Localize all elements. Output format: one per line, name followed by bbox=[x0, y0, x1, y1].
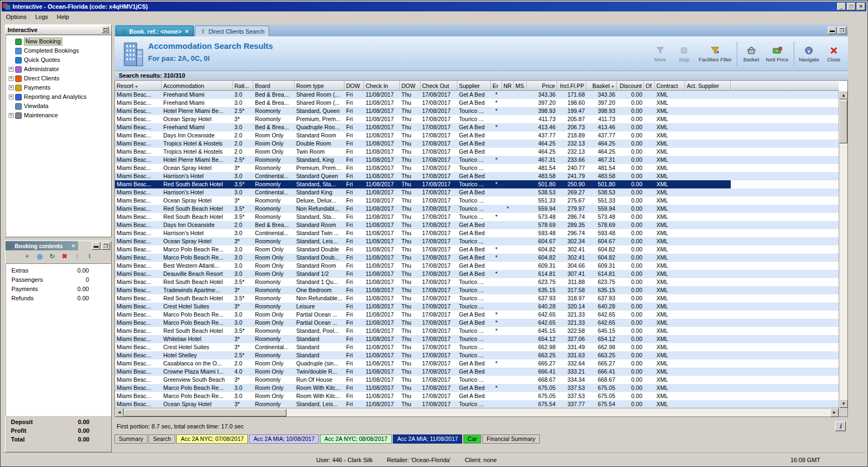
column-header-discount[interactable]: Discount bbox=[617, 81, 644, 91]
tab-direct-clients-search[interactable]: Direct Clients Search bbox=[195, 26, 269, 36]
expander-icon[interactable]: + bbox=[9, 67, 14, 72]
column-header-of[interactable]: Of bbox=[644, 81, 655, 91]
column-header-board[interactable]: Board bbox=[253, 81, 295, 91]
vertical-scroll-thumb[interactable] bbox=[839, 100, 847, 143]
table-row[interactable]: Miami Beac...Red South Beach Hotel3.5*Ro… bbox=[115, 213, 839, 221]
sidebar-item-reporting-and-analytics[interactable]: +Reporting and Analytics bbox=[6, 92, 111, 102]
column-header-check-out[interactable]: Check Out bbox=[420, 81, 457, 91]
column-header-basket[interactable]: Basket▼ bbox=[586, 81, 617, 91]
table-row[interactable]: Miami Beac...Freehand Miami3.0Bed & Brea… bbox=[115, 99, 839, 107]
table-row[interactable]: Miami Beac...Ocean Spray Hotel3*Roomonly… bbox=[115, 400, 839, 408]
info-icon[interactable]: i bbox=[85, 253, 94, 261]
column-header-check-in[interactable]: Check In bbox=[364, 81, 400, 91]
bottom-tab-acc-2a-mia-10-08-2017[interactable]: Acc 2A MIA; 10/08/2017 bbox=[249, 434, 319, 444]
table-row[interactable]: Miami Beac...Harrison's Hotel3.0Continen… bbox=[115, 188, 839, 197]
sidebar-item-direct-clients[interactable]: +Direct Clients bbox=[6, 74, 111, 83]
table-row[interactable]: Miami Beac...Hotel Pierre Miami Be...2.5… bbox=[115, 107, 839, 115]
column-header-rati[interactable]: Rati... bbox=[233, 81, 253, 91]
table-row[interactable]: Miami Beac...Hotel Pierre Miami Be...2.5… bbox=[115, 156, 839, 164]
expander-icon[interactable]: + bbox=[9, 94, 14, 99]
maximize-button[interactable]: □ bbox=[847, 3, 856, 10]
column-header-dow[interactable]: DOW bbox=[344, 81, 364, 91]
menu-logs[interactable]: Logs bbox=[31, 12, 53, 22]
table-row[interactable]: Miami Beac...Harrison's Hotel3.0Continen… bbox=[115, 229, 839, 237]
table-row[interactable]: Miami Beac...Red South Beach Hotel3.5*Ro… bbox=[115, 327, 839, 335]
table-row[interactable]: Miami Beac...Tropics Hotel & Hostels2.0R… bbox=[115, 148, 839, 156]
delete-icon[interactable]: ✖ bbox=[60, 253, 69, 261]
table-row[interactable]: Miami Beac...Days Inn Oceanside2.0Room O… bbox=[115, 131, 839, 140]
tab-close-icon[interactable]: ✕ bbox=[185, 29, 189, 34]
table-row[interactable]: Miami Beac...Deauville Beach Resort3.0Ro… bbox=[115, 270, 839, 278]
table-row[interactable]: Miami Beac...Harrison's Hotel3.0Continen… bbox=[115, 172, 839, 180]
navigate-button[interactable]: Navigate bbox=[796, 45, 822, 64]
table-row[interactable]: Miami Beac...Crest Hotel Suites3*Roomonl… bbox=[115, 302, 839, 311]
minimize-button[interactable]: _ bbox=[837, 3, 846, 10]
nett-price-button[interactable]: Nett Price bbox=[763, 45, 792, 64]
column-header-supplier[interactable]: Supplier bbox=[457, 81, 491, 91]
booking-contents-row[interactable]: Passengers0 bbox=[6, 275, 111, 284]
bottom-tab-search[interactable]: Search bbox=[149, 434, 175, 444]
expander-icon[interactable]: + bbox=[9, 76, 14, 81]
scroll-right-icon[interactable]: ► bbox=[830, 408, 839, 417]
close-window-button[interactable]: ✕ bbox=[857, 3, 865, 10]
table-row[interactable]: Miami Beac...Ocean Spray Hotel3*Roomonly… bbox=[115, 164, 839, 172]
column-header-incl-fl-pp[interactable]: Incl.Fl.PP bbox=[557, 81, 586, 91]
bottom-tab-acc-2a-mia-11-08-2017[interactable]: Acc 2A MIA; 11/08/2017 bbox=[393, 434, 462, 444]
table-row[interactable]: Miami Beac...Red South Beach Hotel3.5*Ro… bbox=[115, 180, 839, 188]
table-row[interactable]: Miami Beac...Ocean Spray Hotel3*Roomonly… bbox=[115, 197, 839, 205]
sidebar-item-new-booking[interactable]: New Booking bbox=[6, 37, 111, 46]
column-header-resort[interactable]: Resort▼ bbox=[115, 81, 162, 91]
table-row[interactable]: Miami Beac...Ocean Spray Hotel3*Roomonly… bbox=[115, 115, 839, 123]
booking-contents-row[interactable]: Refunds0.00 bbox=[6, 293, 111, 302]
bottom-tab-car[interactable]: Car bbox=[463, 434, 481, 444]
booking-contents-row[interactable]: Extras0.00 bbox=[6, 266, 111, 275]
stop-button[interactable]: Stop bbox=[672, 45, 696, 64]
table-row[interactable]: Miami Beac...Marco Polo Beach Re...3.0Ro… bbox=[115, 245, 839, 254]
bottom-tab-summary[interactable]: Summary bbox=[114, 434, 148, 444]
table-row[interactable]: Miami Beac...Tropics Hotel & Hostels2.0R… bbox=[115, 140, 839, 148]
booking-minimize-button[interactable]: ▬ bbox=[92, 242, 100, 250]
facilities-filter-button[interactable]: Facilities Filter bbox=[696, 45, 735, 64]
table-row[interactable]: Miami Beac...Red South Beach Hotel3.5*Ro… bbox=[115, 205, 839, 213]
tab-book-ref-none[interactable]: Book. ref.: <none>✕ bbox=[116, 26, 194, 36]
mdi-minimize-button[interactable]: ▬ bbox=[828, 27, 837, 34]
move-up-icon[interactable]: ↑ bbox=[73, 253, 81, 261]
menu-help[interactable]: Help bbox=[53, 12, 74, 22]
column-header-nr[interactable]: NR bbox=[502, 81, 514, 91]
table-row[interactable]: Miami Beac...Freehand Miami3.0Bed & Brea… bbox=[115, 91, 839, 99]
sidebar-item-completed-bookings[interactable]: Completed Bookings bbox=[6, 46, 111, 55]
column-header-act-supplier[interactable]: Act. Supplier bbox=[685, 81, 731, 91]
column-filter-icon[interactable]: ▼ bbox=[135, 85, 138, 89]
sidebar-item-administrator[interactable]: +Administrator bbox=[6, 65, 111, 74]
column-header-accommodation[interactable]: Accommodation bbox=[162, 81, 233, 91]
column-header-ms[interactable]: MS bbox=[514, 81, 527, 91]
booking-contents-row[interactable]: Payments0.00 bbox=[6, 284, 111, 293]
horizontal-scroll-thumb[interactable] bbox=[124, 409, 286, 416]
column-header-price[interactable]: Price bbox=[527, 81, 557, 91]
refresh-icon[interactable]: ↻ bbox=[48, 253, 56, 261]
sidebar-item-payments[interactable]: +Payments bbox=[6, 83, 111, 92]
table-row[interactable]: Miami Beac...Marco Polo Beach Re...3.0Ro… bbox=[115, 254, 839, 262]
column-header-er[interactable]: Er bbox=[491, 81, 502, 91]
table-row[interactable]: Miami Beac...Crowne Plaza Miami I...4.0R… bbox=[115, 368, 839, 376]
scroll-down-icon[interactable]: ▼ bbox=[839, 399, 848, 408]
horizontal-scrollbar[interactable]: ◄ ► bbox=[115, 408, 839, 416]
table-row[interactable]: Miami Beac...Marco Polo Beach Re...3.0Ro… bbox=[115, 319, 839, 327]
scroll-left-icon[interactable]: ◄ bbox=[115, 408, 124, 417]
vertical-scrollbar[interactable]: ▲ ▼ bbox=[839, 91, 847, 408]
globe-icon[interactable]: ◎ bbox=[35, 253, 44, 261]
more-button[interactable]: More bbox=[648, 45, 672, 64]
mdi-restore-button[interactable]: ❐ bbox=[838, 27, 846, 34]
sidebar-item-maintenance[interactable]: +Maintenance bbox=[6, 111, 111, 120]
scroll-up-icon[interactable]: ▲ bbox=[839, 91, 848, 99]
bottom-tab-financial-summary[interactable]: Financial Summary bbox=[482, 434, 540, 444]
table-row[interactable]: Miami Beac...Marco Polo Beach Re...3.0Ro… bbox=[115, 384, 839, 392]
table-row[interactable]: Miami Beac...Red South Beach Hotel3.5*Ro… bbox=[115, 278, 839, 286]
table-row[interactable]: Miami Beac...Marco Polo Beach Re...3.0Ro… bbox=[115, 311, 839, 319]
expander-icon[interactable]: + bbox=[9, 113, 14, 118]
table-row[interactable]: Miami Beac...Greenview South Beach3*Room… bbox=[115, 376, 839, 384]
column-header-room-type[interactable]: Room type bbox=[295, 81, 344, 91]
basket-button[interactable]: Basket bbox=[739, 45, 763, 64]
table-row[interactable]: Miami Beac...Freehand Miami3.0Bed & Brea… bbox=[115, 123, 839, 131]
table-row[interactable]: Miami Beac...Days Inn Oceanside2.0Bed & … bbox=[115, 221, 839, 229]
